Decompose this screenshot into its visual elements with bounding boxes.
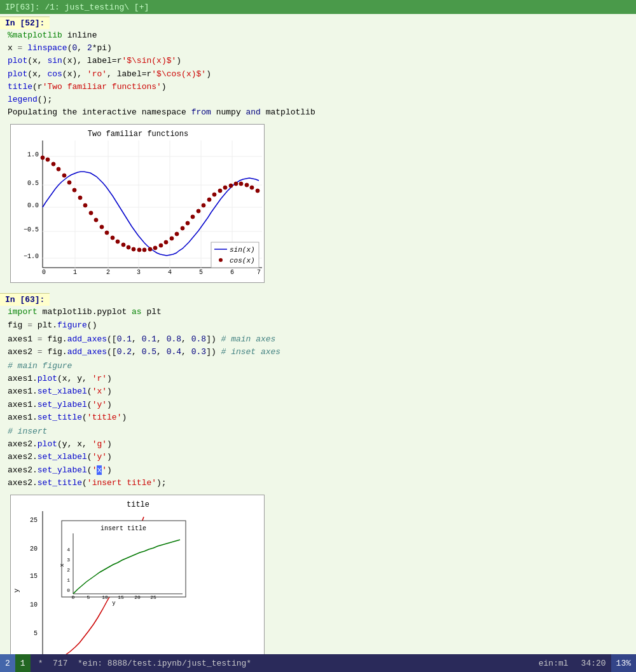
- chart1-container: Two familiar functions 1.0 0.5 0.0 −0.5 …: [10, 124, 626, 285]
- svg-point-66: [250, 186, 254, 189]
- svg-text:20: 20: [30, 545, 38, 552]
- status-kernel: ein:ml: [531, 656, 576, 671]
- status-mode: 1: [15, 654, 31, 672]
- svg-text:25: 25: [30, 517, 38, 524]
- svg-point-34: [78, 196, 82, 200]
- svg-text:2: 2: [67, 567, 70, 573]
- status-position: 34:20: [576, 656, 611, 671]
- svg-point-71: [219, 258, 223, 262]
- svg-text:5: 5: [199, 269, 203, 276]
- svg-text:cos(x): cos(x): [230, 257, 255, 264]
- svg-text:1: 1: [73, 269, 77, 276]
- svg-point-41: [116, 240, 120, 243]
- svg-text:−0.5: −0.5: [24, 226, 39, 233]
- c63-line-17: axes2.set_title('insert title');: [0, 477, 636, 490]
- output-text-52: Populating the interactive namespace fro…: [0, 106, 636, 119]
- title-bar: IP[63]: /1: just_testing\ [+]: [0, 0, 636, 14]
- svg-point-45: [137, 248, 141, 252]
- svg-text:25: 25: [150, 594, 156, 600]
- code-line-2: x = linspace(0, 2*pi): [0, 42, 636, 55]
- svg-rect-90: [62, 521, 186, 597]
- code-line-6: legend();: [0, 93, 636, 106]
- svg-text:1.0: 1.0: [27, 151, 39, 158]
- svg-point-29: [52, 162, 55, 166]
- cell-52-prompt[interactable]: In [52]:: [0, 17, 636, 29]
- svg-text:y: y: [13, 588, 20, 593]
- c63-line-16: axes2.set_ylabel('x'): [0, 464, 636, 477]
- svg-text:4: 4: [168, 269, 172, 276]
- svg-point-39: [105, 231, 109, 235]
- svg-point-59: [212, 193, 216, 196]
- svg-text:3: 3: [67, 557, 70, 563]
- svg-text:5: 5: [87, 594, 90, 600]
- code-line-1: %matplotlib inline: [0, 29, 636, 42]
- svg-point-64: [239, 182, 243, 186]
- svg-point-61: [223, 186, 227, 189]
- code-line-5: title(r'Two familiar functions'): [0, 81, 636, 93]
- svg-point-33: [73, 188, 76, 192]
- title-text: IP[63]: /1: just_testing\ [+]: [5, 3, 149, 12]
- c63-line-13: # insert: [0, 425, 636, 438]
- c63-line-7: # main figure: [0, 360, 636, 373]
- svg-text:insert title: insert title: [100, 525, 146, 532]
- svg-point-52: [175, 232, 179, 236]
- svg-text:title: title: [127, 500, 149, 509]
- svg-text:0.0: 0.0: [27, 202, 39, 209]
- svg-point-57: [202, 203, 205, 207]
- svg-text:15: 15: [30, 573, 38, 580]
- svg-point-48: [153, 246, 157, 250]
- c63-line-4: axes1 = fig.add_axes([0.1, 0.1, 0.8, 0.8…: [0, 333, 636, 346]
- svg-text:2: 2: [106, 269, 110, 276]
- svg-point-44: [132, 247, 135, 251]
- svg-point-63: [234, 182, 238, 186]
- code-line-4: plot(x, cos(x), 'ro', label=r'$\cos(x)$'…: [0, 68, 636, 81]
- svg-text:x: x: [59, 563, 66, 566]
- svg-point-42: [121, 243, 125, 247]
- svg-point-50: [164, 240, 168, 244]
- svg-point-56: [197, 209, 200, 213]
- svg-point-54: [186, 221, 190, 225]
- svg-point-36: [89, 211, 93, 215]
- cell-52: In [52]: %matplotlib inline x = linspace…: [0, 14, 636, 121]
- svg-point-40: [111, 236, 114, 240]
- svg-text:15: 15: [118, 594, 124, 600]
- svg-text:5: 5: [34, 630, 38, 637]
- svg-text:0: 0: [67, 587, 70, 593]
- svg-text:3: 3: [137, 269, 141, 276]
- c63-line-8: axes1.plot(x, y, 'r'): [0, 373, 636, 385]
- svg-text:10: 10: [30, 601, 38, 608]
- svg-point-65: [245, 183, 249, 187]
- cell-63-prompt[interactable]: In [63]:: [0, 293, 636, 306]
- svg-text:20: 20: [134, 594, 141, 600]
- svg-text:0: 0: [42, 269, 46, 276]
- svg-point-28: [46, 158, 50, 161]
- c63-line-11: axes1.set_title('title'): [0, 411, 636, 424]
- main-content[interactable]: In [52]: %matplotlib inline x = linspace…: [0, 14, 636, 654]
- svg-text:0.5: 0.5: [27, 180, 39, 187]
- c63-line-15: axes2.set_xlabel('y'): [0, 451, 636, 463]
- svg-point-30: [57, 167, 60, 171]
- svg-text:sin(x): sin(x): [230, 246, 255, 254]
- svg-point-38: [100, 225, 104, 229]
- svg-text:Two familiar functions: Two familiar functions: [88, 130, 188, 139]
- svg-text:4: 4: [67, 547, 70, 552]
- cell-63: In [63]: import matplotlib.pyplot as plt…: [0, 291, 636, 492]
- svg-point-51: [170, 237, 174, 240]
- code-line-3: plot(x, sin(x), label=r'$\sin(x)$'): [0, 55, 636, 67]
- svg-text:y: y: [112, 600, 116, 607]
- svg-point-46: [142, 248, 146, 252]
- svg-point-60: [218, 189, 222, 193]
- svg-point-31: [62, 174, 66, 177]
- svg-point-27: [41, 156, 45, 160]
- svg-point-32: [67, 181, 71, 184]
- svg-point-67: [256, 189, 259, 193]
- svg-text:1: 1: [67, 577, 70, 583]
- c63-line-5: axes2 = fig.add_axes([0.2, 0.5, 0.4, 0.3…: [0, 346, 636, 359]
- svg-text:10: 10: [102, 594, 108, 600]
- svg-point-47: [148, 247, 152, 251]
- chart1-svg: Two familiar functions 1.0 0.5 0.0 −0.5 …: [10, 124, 265, 283]
- c63-line-10: axes1.set_ylabel('y'): [0, 399, 636, 411]
- c63-line-1: import matplotlib.pyplot as plt: [0, 306, 636, 319]
- status-cell-num: 2: [0, 654, 15, 672]
- svg-text:7: 7: [257, 269, 261, 276]
